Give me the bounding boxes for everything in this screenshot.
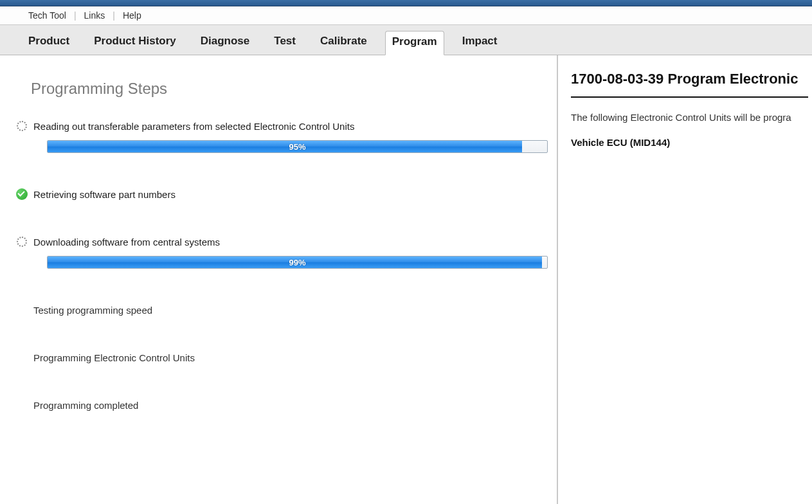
tab-product-history[interactable]: Product History xyxy=(87,31,183,55)
tab-diagnose[interactable]: Diagnose xyxy=(194,31,257,55)
tab-calibrate[interactable]: Calibrate xyxy=(314,31,374,55)
step-label: Testing programming speed xyxy=(33,305,152,316)
main-tabs: Product Product History Diagnose Test Ca… xyxy=(0,25,812,55)
side-panel: 1700-08-03-39 Program Electronic The fol… xyxy=(558,55,812,504)
step-program-ecus: Programming Electronic Control Units xyxy=(31,351,549,364)
operation-description: The following Electronic Control Units w… xyxy=(571,112,808,123)
progress-bar: 99% xyxy=(47,256,548,269)
menu-item-links[interactable]: Links xyxy=(80,9,109,22)
main-panel: Programming Steps Reading out transferab… xyxy=(0,55,558,504)
ecu-item: Vehicle ECU (MID144) xyxy=(571,137,808,148)
progress-bar: 95% xyxy=(47,140,548,153)
progress-text: 99% xyxy=(48,256,547,268)
tab-test[interactable]: Test xyxy=(267,31,302,55)
step-label: Retrieving software part numbers xyxy=(33,189,176,200)
step-test-speed: Testing programming speed xyxy=(31,303,549,316)
check-icon xyxy=(15,188,28,201)
menu-separator: | xyxy=(113,10,115,21)
step-label: Reading out transferable parameters from… xyxy=(33,121,354,132)
menu-item-tech-tool[interactable]: Tech Tool xyxy=(24,9,70,22)
tab-program[interactable]: Program xyxy=(385,31,444,55)
step-retrieve-partnumbers: Retrieving software part numbers xyxy=(31,188,549,201)
section-title: Programming Steps xyxy=(31,80,549,98)
window-titlebar xyxy=(0,0,812,6)
step-label: Downloading software from central system… xyxy=(33,237,220,248)
title-divider xyxy=(571,96,808,98)
step-label: Programming Electronic Control Units xyxy=(33,352,195,363)
menu-item-help[interactable]: Help xyxy=(119,9,145,22)
operation-title: 1700-08-03-39 Program Electronic xyxy=(571,71,808,87)
menu-separator: | xyxy=(74,10,77,21)
tab-impact[interactable]: Impact xyxy=(456,31,504,55)
spinner-icon xyxy=(15,235,28,248)
spinner-icon xyxy=(15,120,28,132)
step-read-parameters: Reading out transferable parameters from… xyxy=(31,120,549,153)
step-label: Programming completed xyxy=(33,400,138,411)
step-download-software: Downloading software from central system… xyxy=(31,235,549,269)
progress-text: 95% xyxy=(48,141,547,152)
menubar: Tech Tool | Links | Help xyxy=(0,6,812,25)
content-area: Programming Steps Reading out transferab… xyxy=(0,55,812,504)
step-completed: Programming completed xyxy=(31,399,549,411)
tab-product[interactable]: Product xyxy=(22,31,76,55)
